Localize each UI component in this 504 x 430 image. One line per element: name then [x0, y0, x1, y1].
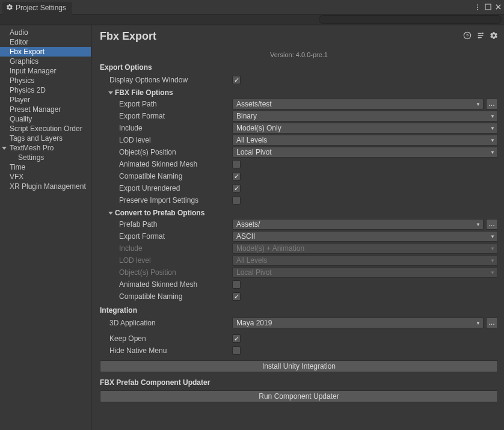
prefab-export-format-label: Export Format	[119, 232, 232, 241]
export-unrendered-label: Export Unrendered	[119, 184, 232, 192]
svg-point-0	[477, 4, 478, 5]
objects-position-label: Object(s) Position	[119, 148, 232, 156]
keep-open-checkbox[interactable]	[232, 334, 241, 343]
animated-skinned-mesh-label: Animated Skinned Mesh	[119, 160, 232, 168]
foldout-icon	[108, 212, 113, 215]
install-unity-integration-button[interactable]: Install Unity Integration	[100, 360, 498, 372]
export-format-label: Export Format	[119, 112, 232, 120]
export-format-dropdown[interactable]: Binary▼	[232, 111, 498, 121]
prefab-objects-position-dropdown: Local Pivot▼	[232, 267, 498, 278]
sidebar-item-fbx-export[interactable]: Fbx Export	[0, 47, 91, 57]
preset-icon[interactable]	[476, 31, 485, 41]
prefab-compatible-naming-checkbox[interactable]	[232, 292, 241, 301]
compatible-naming-checkbox[interactable]	[232, 172, 241, 180]
include-dropdown[interactable]: Model(s) Only▼	[232, 123, 498, 134]
sidebar-item-editor[interactable]: Editor	[0, 37, 91, 47]
window-tab[interactable]: Project Settings	[2, 2, 72, 14]
foldout-icon	[108, 91, 113, 94]
convert-to-prefab-foldout[interactable]: Convert to Prefab Options	[100, 209, 498, 217]
content-panel: Fbx Export ? Version: 4.0.0-pre.1 Export…	[91, 25, 504, 430]
prefab-lod-level-dropdown: All Levels▼	[232, 255, 498, 266]
foldout-icon[interactable]	[2, 147, 8, 150]
sidebar-item-xr-plugin-management[interactable]: XR Plugin Management	[0, 182, 91, 191]
sidebar-item-preset-manager[interactable]: Preset Manager	[0, 105, 91, 114]
sidebar-item-graphics[interactable]: Graphics	[0, 57, 91, 66]
prefab-compatible-naming-label: Compatible Naming	[119, 292, 232, 301]
prefab-lod-level-label: LOD level	[119, 256, 232, 265]
preserve-import-settings-label: Preserve Import Settings	[119, 196, 232, 204]
version-label: Version: 4.0.0-pre.1	[100, 51, 498, 58]
prefab-animated-skinned-mesh-label: Animated Skinned Mesh	[119, 280, 232, 289]
3d-application-browse-button[interactable]: ...	[486, 318, 498, 328]
sidebar-item-tmp-settings[interactable]: Settings	[0, 153, 91, 162]
svg-point-2	[477, 8, 478, 10]
sidebar-item-audio[interactable]: Audio	[0, 28, 91, 37]
prefab-path-dropdown[interactable]: Assets/▼	[232, 219, 484, 230]
svg-point-8	[482, 32, 484, 34]
svg-point-1	[477, 7, 478, 8]
objects-position-dropdown[interactable]: Local Pivot▼	[232, 147, 498, 158]
svg-text:?: ?	[466, 33, 469, 38]
include-label: Include	[119, 124, 232, 132]
export-path-browse-button[interactable]: ...	[486, 99, 498, 109]
integration-header: Integration	[100, 306, 498, 315]
run-component-updater-button[interactable]: Run Component Updater	[100, 390, 498, 402]
search-input[interactable]	[319, 15, 502, 24]
display-options-window-label: Display Options Window	[109, 76, 232, 84]
prefab-include-dropdown: Model(s) + Animation▼	[232, 243, 498, 254]
keep-open-label: Keep Open	[109, 334, 232, 343]
prefab-include-label: Include	[119, 244, 232, 253]
preserve-import-settings-checkbox[interactable]	[232, 196, 241, 204]
hide-native-menu-checkbox[interactable]	[232, 346, 241, 355]
maximize-icon[interactable]	[485, 4, 491, 10]
page-title: Fbx Export	[100, 30, 156, 43]
sidebar: Audio Editor Fbx Export Graphics Input M…	[0, 25, 91, 430]
sidebar-item-quality[interactable]: Quality	[0, 114, 91, 124]
export-options-header: Export Options	[100, 63, 498, 72]
prefab-objects-position-label: Object(s) Position	[119, 268, 232, 277]
close-icon[interactable]	[495, 4, 502, 10]
animated-skinned-mesh-checkbox[interactable]	[232, 160, 241, 168]
titlebar: Project Settings	[0, 0, 504, 14]
kebab-icon[interactable]	[474, 4, 481, 11]
export-path-label: Export Path	[119, 100, 232, 108]
export-path-dropdown[interactable]: Assets/test▼	[232, 99, 484, 109]
hide-native-menu-label: Hide Native Menu	[109, 346, 232, 355]
toolbar	[0, 14, 504, 25]
3d-application-dropdown[interactable]: Maya 2019▼	[232, 318, 484, 328]
prefab-path-label: Prefab Path	[119, 220, 232, 229]
sidebar-item-script-execution-order[interactable]: Script Execution Order	[0, 124, 91, 134]
sidebar-item-input-manager[interactable]: Input Manager	[0, 66, 91, 76]
sidebar-item-time[interactable]: Time	[0, 162, 91, 172]
lod-level-label: LOD level	[119, 136, 232, 144]
fbx-file-options-foldout[interactable]: FBX File Options	[100, 88, 498, 97]
sidebar-item-physics-2d[interactable]: Physics 2D	[0, 85, 91, 95]
svg-point-9	[478, 37, 480, 38]
prefab-animated-skinned-mesh-checkbox[interactable]	[232, 280, 241, 289]
compatible-naming-label: Compatible Naming	[119, 172, 232, 180]
gear-icon	[6, 4, 13, 13]
sidebar-item-vfx[interactable]: VFX	[0, 172, 91, 182]
svg-rect-3	[485, 4, 491, 10]
window-title: Project Settings	[16, 4, 66, 12]
prefab-path-browse-button[interactable]: ...	[486, 219, 498, 230]
settings-gear-icon[interactable]	[490, 31, 498, 41]
export-unrendered-checkbox[interactable]	[232, 184, 241, 192]
sidebar-item-tags-and-layers[interactable]: Tags and Layers	[0, 134, 91, 143]
display-options-window-checkbox[interactable]	[232, 76, 241, 84]
sidebar-item-physics[interactable]: Physics	[0, 76, 91, 85]
help-icon[interactable]: ?	[463, 31, 472, 41]
sidebar-item-player[interactable]: Player	[0, 95, 91, 105]
sidebar-item-textmesh-pro[interactable]: TextMesh Pro	[0, 143, 91, 153]
lod-level-dropdown[interactable]: All Levels▼	[232, 135, 498, 146]
3d-application-label: 3D Application	[109, 319, 232, 327]
prefab-export-format-dropdown[interactable]: ASCII▼	[232, 231, 498, 242]
fbx-prefab-updater-header: FBX Prefab Component Updater	[100, 378, 498, 387]
